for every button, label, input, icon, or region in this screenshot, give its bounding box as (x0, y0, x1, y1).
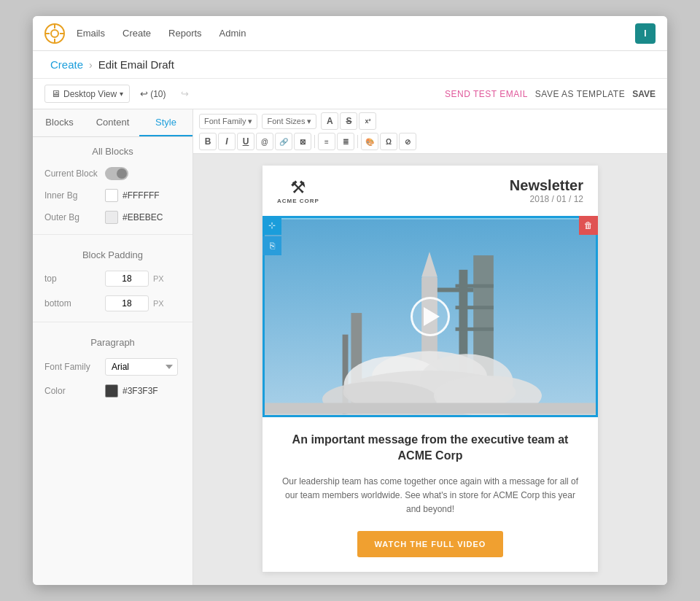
current-block-switch[interactable] (105, 167, 128, 180)
cta-button[interactable]: WATCH THE FULL VIDEO (357, 531, 504, 557)
bold-button[interactable]: B (199, 133, 217, 150)
toolbar-separator-2 (357, 135, 358, 148)
play-button-overlay[interactable] (411, 297, 450, 336)
color-label: Color (44, 386, 99, 396)
color-value: #3F3F3F (122, 386, 158, 396)
font-family-controls: Arial Georgia Helvetica Times New Roman (105, 358, 181, 376)
ordered-list-button[interactable]: ≣ (337, 133, 354, 150)
padding-top-row: top PX (33, 266, 192, 291)
special-chars-button[interactable]: Ω (380, 133, 397, 150)
desktop-icon: 🖥 (51, 88, 61, 99)
svg-rect-9 (456, 284, 494, 288)
email-body: An important message from the executive … (262, 417, 598, 572)
inner-bg-row: Inner Bg #FFFFFF (33, 185, 192, 206)
nav-links: Emails Create Reports Admin (77, 28, 246, 39)
clear-format-button[interactable]: ⊘ (399, 133, 416, 150)
view-selector[interactable]: 🖥 Desktop View ▾ (44, 85, 130, 103)
font-family-label: Font Family (204, 117, 246, 125)
current-block-toggle (105, 167, 181, 180)
email-header: ⚒ ACME CORP Newsletter 2018 / 01 / 12 (262, 166, 598, 216)
right-area: Font Family ▾ Font Sizes ▾ A S x² B I U (193, 109, 667, 585)
toolbar-separator-1 (314, 135, 315, 148)
font-family-row: Font Family Arial Georgia Helvetica Time… (33, 354, 192, 380)
padding-bottom-row: bottom PX (33, 291, 192, 316)
newsletter-title-area: Newsletter 2018 / 01 / 12 (510, 177, 583, 204)
acme-logo-icon: ⚒ (290, 177, 306, 198)
email-link-button[interactable]: @ (256, 133, 273, 150)
acme-logo-text: ACME CORP (277, 198, 319, 204)
email-container: ⚒ ACME CORP Newsletter 2018 / 01 / 12 (262, 166, 598, 572)
copy-block-button[interactable]: ⎘ (262, 236, 281, 255)
divider-1 (33, 234, 192, 235)
email-body-text: Our leadership team has come together on… (280, 475, 580, 517)
format-a-button[interactable]: A (321, 112, 338, 130)
font-family-select[interactable]: Arial Georgia Helvetica Times New Roman (105, 358, 178, 376)
paragraph-title: Paragraph (33, 328, 192, 354)
breadcrumb-current-page: Edit Email Draft (98, 58, 174, 71)
padding-bottom-input[interactable] (105, 295, 149, 311)
outer-bg-controls: #EBEBEC (105, 211, 181, 224)
breadcrumb-create-link[interactable]: Create (50, 58, 83, 71)
current-block-row: Current Block (33, 163, 192, 185)
font-family-dropdown[interactable]: Font Family ▾ (199, 114, 257, 129)
tab-content[interactable]: Content (86, 109, 139, 136)
padding-bottom-label: bottom (44, 298, 99, 309)
email-preview-area[interactable]: ⚒ ACME CORP Newsletter 2018 / 01 / 12 (193, 154, 667, 585)
outer-bg-label: Outer Bg (44, 212, 99, 222)
move-block-button[interactable]: ⊹ (262, 216, 281, 235)
breadcrumb-separator: › (89, 59, 93, 71)
send-test-button[interactable]: SEND TEST EMAIL (445, 89, 528, 99)
font-sizes-label: Font Sizes (267, 117, 305, 125)
user-avatar-button[interactable]: I (635, 23, 656, 44)
underline-button[interactable]: U (237, 133, 254, 150)
color-controls: #3F3F3F (105, 384, 181, 398)
divider-2 (33, 322, 192, 322)
main-area: Blocks Content Style All Blocks Current … (33, 109, 667, 585)
current-block-label: Current Block (44, 168, 99, 179)
delete-block-button[interactable]: 🗑 (579, 216, 598, 235)
top-nav: Emails Create Reports Admin I (33, 16, 667, 51)
padding-top-unit: PX (153, 274, 164, 283)
link-button[interactable]: 🔗 (275, 133, 292, 150)
chevron-down-icon: ▾ (307, 117, 311, 126)
format-superscript-button[interactable]: x² (359, 112, 376, 130)
nav-reports[interactable]: Reports (168, 28, 202, 39)
undo-icon: ↩ (140, 88, 148, 99)
svg-rect-25 (438, 288, 473, 292)
breadcrumb: Create › Edit Email Draft (33, 51, 667, 79)
color-swatch[interactable] (105, 384, 118, 398)
padding-top-controls: PX (105, 271, 181, 287)
outer-bg-row: Outer Bg #EBEBEC (33, 206, 192, 228)
nav-admin[interactable]: Admin (219, 28, 246, 39)
tab-style[interactable]: Style (139, 109, 192, 136)
nav-emails[interactable]: Emails (77, 28, 105, 39)
copy-icon: ⎘ (270, 241, 275, 251)
unlink-button[interactable]: ⊠ (294, 133, 311, 150)
panel-tabs: Blocks Content Style (33, 109, 192, 137)
save-template-button[interactable]: SAVE AS TEMPLATE (535, 89, 625, 99)
format-strikethrough-button[interactable]: S (340, 112, 357, 130)
chevron-down-icon: ▾ (120, 90, 123, 98)
newsletter-date: 2018 / 01 / 12 (510, 194, 583, 204)
svg-point-1 (51, 30, 58, 37)
tab-blocks[interactable]: Blocks (33, 109, 86, 136)
redo-button[interactable]: ↪ (176, 85, 193, 102)
save-button[interactable]: SAVE (632, 89, 656, 99)
svg-rect-24 (265, 403, 596, 414)
nav-create[interactable]: Create (122, 28, 151, 39)
newsletter-title: Newsletter (510, 177, 583, 194)
chevron-down-icon: ▾ (248, 117, 252, 126)
video-block[interactable]: ⊹ ⎘ 🗑 (262, 216, 598, 417)
inner-bg-controls: #FFFFFF (105, 189, 181, 202)
move-icon: ⊹ (268, 220, 276, 230)
italic-button[interactable]: I (218, 133, 236, 150)
font-sizes-dropdown[interactable]: Font Sizes ▾ (262, 114, 316, 129)
inner-bg-swatch[interactable] (105, 189, 118, 202)
inner-bg-value: #FFFFFF (122, 190, 160, 201)
unordered-list-button[interactable]: ≡ (318, 133, 335, 150)
outer-bg-swatch[interactable] (105, 211, 118, 224)
rte-row-2: B I U @ 🔗 ⊠ ≡ ≣ 🎨 Ω ⊘ (199, 133, 661, 150)
undo-button[interactable]: ↩ (10) (136, 85, 170, 102)
color-button[interactable]: 🎨 (361, 133, 378, 150)
padding-top-input[interactable] (105, 271, 149, 287)
